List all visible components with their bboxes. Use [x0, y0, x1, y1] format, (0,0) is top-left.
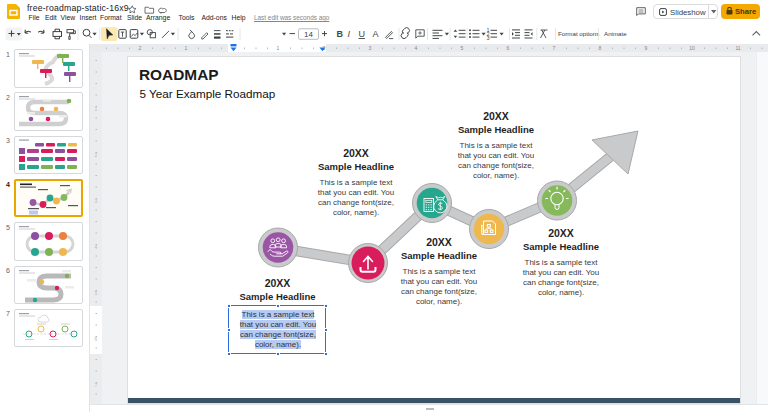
svg-text:5: 5	[461, 45, 464, 51]
svg-text:A: A	[373, 29, 379, 39]
svg-text:I: I	[348, 29, 351, 39]
svg-text:9: 9	[645, 45, 648, 51]
svg-text:5: 5	[95, 290, 98, 296]
svg-text:7: 7	[553, 45, 556, 51]
svg-text:Animate: Animate	[604, 30, 627, 37]
svg-text:U: U	[359, 29, 366, 39]
svg-text:3: 3	[95, 198, 98, 204]
svg-text:4: 4	[415, 45, 418, 51]
svg-text:8: 8	[599, 45, 602, 51]
svg-text:6: 6	[95, 336, 98, 342]
svg-text:1: 1	[95, 106, 98, 112]
svg-text:6: 6	[507, 45, 510, 51]
svg-text:2: 2	[139, 45, 142, 51]
svg-text:7: 7	[95, 382, 98, 388]
svg-text:14: 14	[304, 30, 313, 39]
svg-text:2: 2	[95, 152, 98, 158]
svg-text:3: 3	[487, 35, 490, 41]
svg-text:Format options: Format options	[558, 30, 599, 37]
svg-text:3: 3	[369, 45, 372, 51]
svg-text:1: 1	[185, 45, 188, 51]
svg-text:4: 4	[95, 244, 98, 250]
svg-text:10: 10	[689, 45, 695, 51]
svg-text:11: 11	[735, 45, 740, 51]
svg-text:B: B	[337, 29, 344, 39]
svg-text:1: 1	[277, 45, 280, 51]
